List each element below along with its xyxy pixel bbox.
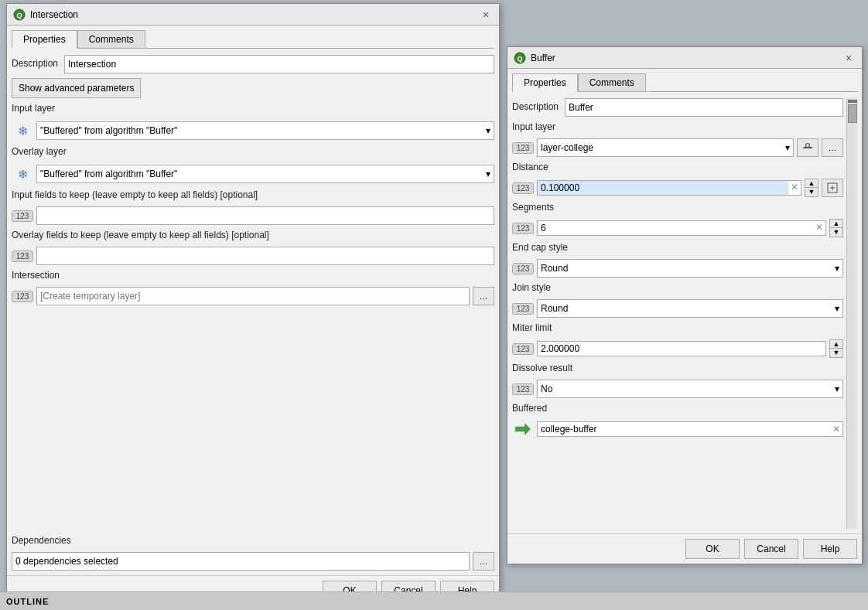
buffer-miter-limit-row: 123 ▲ ▼ bbox=[512, 339, 843, 358]
buffer-segments-spin-down[interactable]: ▼ bbox=[830, 228, 842, 237]
intersection-dialog-title: Intersection bbox=[30, 9, 78, 20]
buffer-dissolve-row: 123 No ▾ bbox=[512, 380, 843, 398]
buffer-tab-properties[interactable]: Properties bbox=[512, 73, 578, 92]
intersection-output-row: 123 … bbox=[12, 287, 494, 305]
buffer-tab-comments[interactable]: Comments bbox=[578, 73, 646, 91]
intersection-dialog: Q Intersection × Properties Comments Des… bbox=[6, 3, 500, 606]
buffer-ok-button[interactable]: OK bbox=[685, 539, 740, 559]
buffer-dissolve-chevron-icon: ▾ bbox=[835, 383, 839, 394]
buffer-buffered-row: ✕ bbox=[512, 420, 843, 438]
input-layer-value: "Buffered" from algorithm "Buffer" bbox=[40, 125, 177, 136]
intersection-close-button[interactable]: × bbox=[479, 8, 493, 22]
input-fields-row: 123 bbox=[12, 206, 494, 225]
buffer-help-button[interactable]: Help bbox=[803, 539, 857, 559]
buffer-dissolve-dropdown[interactable]: No ▾ bbox=[537, 380, 843, 398]
buffer-join-style-label: Join style bbox=[512, 282, 843, 293]
buffer-end-cap-dropdown[interactable]: Round ▾ bbox=[537, 259, 843, 278]
buffer-scrollbar[interactable] bbox=[846, 98, 857, 529]
buffer-input-layer-tool-button[interactable] bbox=[797, 138, 818, 157]
buffer-miter-limit-spin-down[interactable]: ▼ bbox=[830, 349, 842, 357]
buffer-description-label: Description bbox=[512, 101, 559, 112]
wrench-icon bbox=[802, 142, 813, 153]
buffer-distance-spin-group: ▲ ▼ bbox=[805, 179, 818, 197]
form-spacer bbox=[12, 310, 494, 530]
buffer-titlebar-left: Q Buffer bbox=[514, 52, 555, 64]
input-fields-type-badge: 123 bbox=[12, 210, 33, 222]
scroll-up-arrow[interactable] bbox=[848, 100, 857, 103]
intersection-dialog-body: Properties Comments Description Show adv… bbox=[7, 26, 499, 575]
buffer-miter-limit-input[interactable] bbox=[538, 342, 825, 356]
buffer-input-layer-dropdown[interactable]: layer-college ▾ bbox=[537, 138, 794, 157]
buffer-distance-row: 123 ✕ ▲ ▼ bbox=[512, 179, 843, 197]
input-fields-input[interactable] bbox=[36, 206, 494, 225]
intersection-tab-properties[interactable]: Properties bbox=[12, 30, 77, 49]
input-layer-label: Input layer bbox=[12, 103, 494, 114]
buffer-buffered-label: Buffered bbox=[512, 403, 843, 414]
buffer-distance-clear-button[interactable]: ✕ bbox=[788, 181, 801, 193]
buffer-segments-spin-group: ▲ ▼ bbox=[829, 219, 843, 237]
buffer-miter-limit-spin-up[interactable]: ▲ bbox=[830, 340, 842, 349]
bottom-outline-bar: OUTLINE bbox=[0, 591, 868, 610]
overlay-layer-chevron-icon: ▾ bbox=[486, 169, 490, 179]
overlay-layer-label: Overlay layer bbox=[12, 146, 494, 157]
buffer-miter-limit-input-group bbox=[537, 341, 826, 356]
buffer-distance-spin-down[interactable]: ▼ bbox=[805, 188, 818, 196]
buffer-input-layer-value: layer-college bbox=[541, 142, 593, 153]
advanced-parameters-button[interactable]: Show advanced parameters bbox=[12, 78, 141, 98]
buffer-dissolve-value: No bbox=[541, 383, 552, 394]
intersection-tabs: Properties Comments bbox=[12, 30, 494, 49]
buffer-end-cap-row: 123 Round ▾ bbox=[512, 259, 843, 278]
buffer-join-style-dropdown[interactable]: Round ▾ bbox=[537, 299, 843, 318]
buffer-input-layer-dots-button[interactable]: … bbox=[822, 138, 843, 157]
buffer-join-style-chevron-icon: ▾ bbox=[835, 303, 839, 314]
buffer-description-row: Description bbox=[512, 98, 843, 117]
buffer-join-style-row: 123 Round ▾ bbox=[512, 299, 843, 318]
input-layer-chevron-icon: ▾ bbox=[486, 125, 490, 136]
buffer-join-style-value: Round bbox=[541, 303, 568, 314]
output-arrow-icon bbox=[515, 423, 531, 435]
buffer-input-layer-type-badge: 123 bbox=[512, 142, 534, 154]
overlay-layer-snowflake-icon[interactable]: ❄ bbox=[12, 163, 33, 185]
description-input[interactable] bbox=[64, 55, 494, 73]
description-label: Description bbox=[12, 58, 58, 69]
qgis-icon: Q bbox=[13, 9, 26, 21]
input-layer-snowflake-icon[interactable]: ❄ bbox=[12, 120, 33, 141]
intersection-titlebar: Q Intersection × bbox=[7, 4, 499, 26]
buffer-cancel-button[interactable]: Cancel bbox=[744, 539, 798, 559]
buffer-distance-input[interactable] bbox=[538, 181, 788, 195]
input-layer-dropdown[interactable]: "Buffered" from algorithm "Buffer" ▾ bbox=[36, 121, 494, 140]
buffer-distance-type-badge: 123 bbox=[512, 182, 534, 194]
overlay-fields-row: 123 bbox=[12, 247, 494, 265]
buffer-description-input[interactable] bbox=[565, 98, 843, 117]
buffered-output-icon bbox=[512, 420, 534, 438]
buffer-segments-clear-button[interactable]: ✕ bbox=[813, 221, 825, 233]
buffer-segments-input[interactable] bbox=[538, 221, 813, 235]
intersection-form: Description Show advanced parameters Inp… bbox=[12, 55, 494, 571]
intersection-tab-comments[interactable]: Comments bbox=[77, 30, 145, 48]
buffer-end-cap-label: End cap style bbox=[512, 242, 843, 253]
buffer-buffered-input[interactable] bbox=[538, 422, 830, 436]
overlay-fields-label: Overlay fields to keep (leave empty to k… bbox=[12, 230, 494, 240]
buffer-distance-spin-up[interactable]: ▲ bbox=[805, 179, 818, 188]
buffer-segments-spin-up[interactable]: ▲ bbox=[830, 220, 842, 228]
dependencies-dots-button[interactable]: … bbox=[473, 552, 494, 571]
buffer-qgis-icon: Q bbox=[514, 52, 526, 64]
buffer-close-button[interactable]: × bbox=[842, 51, 856, 65]
intersection-output-dots-button[interactable]: … bbox=[473, 287, 494, 305]
dependencies-input[interactable] bbox=[12, 552, 470, 571]
buffer-join-style-type-badge: 123 bbox=[512, 303, 534, 315]
intersection-output-type-badge: 123 bbox=[12, 291, 33, 302]
buffer-miter-limit-type-badge: 123 bbox=[512, 343, 534, 355]
buffer-distance-tool-button[interactable] bbox=[822, 179, 843, 197]
overlay-layer-row: ❄ "Buffered" from algorithm "Buffer" ▾ bbox=[12, 163, 494, 185]
scroll-thumb[interactable] bbox=[848, 104, 857, 123]
field-calculator-icon bbox=[827, 182, 838, 193]
buffer-input-layer-label: Input layer bbox=[512, 121, 843, 132]
buffer-buffered-clear-button[interactable]: ✕ bbox=[830, 423, 842, 435]
intersection-output-input[interactable] bbox=[36, 287, 470, 305]
buffer-segments-label: Segments bbox=[512, 202, 843, 213]
overlay-fields-input[interactable] bbox=[36, 247, 494, 265]
buffer-tabs: Properties Comments bbox=[512, 73, 857, 92]
buffer-dialog-footer: OK Cancel Help bbox=[507, 533, 862, 564]
overlay-layer-dropdown[interactable]: "Buffered" from algorithm "Buffer" ▾ bbox=[36, 165, 494, 183]
